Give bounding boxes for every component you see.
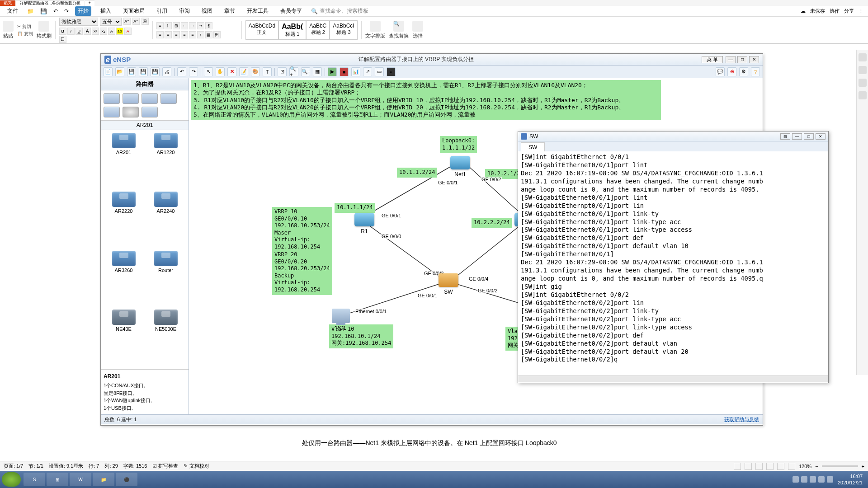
wps-tab-add[interactable]: + xyxy=(85,0,94,6)
find-replace[interactable]: 🔍查找替换 xyxy=(389,21,409,39)
menu-layout[interactable]: 页面布局 xyxy=(120,6,147,16)
view-eye-icon[interactable] xyxy=(734,463,741,470)
options-icon[interactable]: ⊟ xyxy=(780,133,790,140)
cat-switch-icon[interactable] xyxy=(123,93,139,104)
font-shrink[interactable]: A⁻ xyxy=(132,18,140,25)
ensp-titlebar[interactable]: ℯeNSP 详解配置路由器子接口上的 VRRP 实现负载分担 菜 单 — □ ✕ xyxy=(101,54,763,66)
settings-icon[interactable]: ⚙ xyxy=(739,67,748,76)
tray-icon[interactable] xyxy=(793,476,799,483)
zoom-in-icon[interactable]: 🔍+ xyxy=(289,67,298,76)
font-color[interactable]: A xyxy=(124,28,132,35)
toolbar-icon[interactable]: ↶ xyxy=(53,8,58,14)
menu-reference[interactable]: 引用 xyxy=(154,6,170,16)
view-mode-icon[interactable] xyxy=(755,463,763,470)
start-icon[interactable]: ▶ xyxy=(328,67,337,76)
saveall-icon[interactable]: 💾 xyxy=(151,67,160,76)
cat-router-icon[interactable] xyxy=(104,93,120,104)
taskbar-item[interactable]: ⚫ xyxy=(116,473,137,486)
bold-btn[interactable]: B xyxy=(59,28,66,35)
cat-link-icon[interactable] xyxy=(142,107,158,117)
align-justify[interactable]: ≡ xyxy=(181,31,188,38)
undo-icon[interactable]: ↶ xyxy=(177,67,186,76)
more-icon[interactable]: ⋮ xyxy=(859,8,863,14)
align-left[interactable]: ≡ xyxy=(156,31,164,38)
shading[interactable]: ▦ xyxy=(205,31,212,38)
menu-member[interactable]: 会员专享 xyxy=(278,6,305,16)
view-mode-icon[interactable] xyxy=(777,463,784,470)
cli-icon[interactable]: ▪ xyxy=(387,67,396,76)
device-item[interactable]: NE40E xyxy=(104,310,144,366)
new-topo-icon[interactable]: 📄 xyxy=(104,67,113,76)
select-btn[interactable]: 选择 xyxy=(412,21,423,39)
close-button[interactable]: ✕ xyxy=(749,56,759,63)
start-button[interactable] xyxy=(2,472,21,487)
cat-firewall-icon[interactable] xyxy=(160,93,177,104)
device-item[interactable]: AR201 xyxy=(104,133,144,190)
search-box[interactable]: 🔍 查找命令、搜索模板 xyxy=(311,7,368,15)
cut-btn[interactable]: ✂ 剪切 xyxy=(17,23,31,30)
wps-tab[interactable]: 稻壳 xyxy=(0,0,15,6)
align-right[interactable]: ≡ xyxy=(173,31,180,38)
paste-group[interactable]: 粘贴 xyxy=(3,21,14,39)
pointer-icon[interactable]: ↖ xyxy=(204,67,213,76)
menu-view[interactable]: 视图 xyxy=(199,6,215,16)
open-icon[interactable]: 📂 xyxy=(115,67,124,76)
view-mode-icon[interactable] xyxy=(788,463,795,470)
share-link[interactable]: 分享 xyxy=(844,8,854,14)
clock-time[interactable]: 16:07 xyxy=(838,473,863,479)
device-item[interactable]: NE5000E xyxy=(146,310,186,366)
format-brush[interactable]: 格式刷 xyxy=(37,21,52,39)
rt-icon[interactable] xyxy=(859,53,867,61)
menu-start[interactable]: 开始 xyxy=(75,6,91,16)
style-gallery[interactable]: AaBbCcDd正文 AaBb(标题 1 AaBbC标题 2 AaBbCcI标题… xyxy=(245,20,358,40)
view-mode-icon[interactable] xyxy=(745,463,752,470)
huawei-icon[interactable]: ❋ xyxy=(727,67,736,76)
zoom-out[interactable]: − xyxy=(815,464,818,469)
palette-icon[interactable]: 🎨 xyxy=(251,67,260,76)
collab-link[interactable]: 协作 xyxy=(830,8,840,14)
proof-check[interactable]: ✎ 文档校对 xyxy=(184,463,209,469)
tray-icon[interactable] xyxy=(801,476,807,483)
device-item[interactable]: Router xyxy=(146,251,186,308)
zoom-level[interactable]: 120% xyxy=(799,464,811,469)
taskbar-item[interactable]: ⊞ xyxy=(47,473,68,486)
taskbar-item[interactable]: W xyxy=(70,473,91,486)
device-item[interactable]: AR1220 xyxy=(146,133,186,190)
print-icon[interactable]: 🖨 xyxy=(162,67,171,76)
cat-terminal-icon[interactable] xyxy=(104,107,120,117)
toolbar-icon[interactable]: ↷ xyxy=(64,8,69,14)
indent-inc[interactable]: → xyxy=(189,22,196,29)
tray-icon[interactable] xyxy=(810,476,816,483)
view-mode-icon[interactable] xyxy=(766,463,774,470)
minimize-button[interactable]: — xyxy=(792,133,802,140)
underline-btn[interactable]: U xyxy=(75,28,83,35)
cat-wlan-icon[interactable] xyxy=(142,93,158,104)
stop-icon[interactable]: ■ xyxy=(340,67,349,76)
copy-btn[interactable]: 📋 复制 xyxy=(17,31,33,37)
menu-dev[interactable]: 开发工具 xyxy=(244,6,271,16)
toolbar-icon[interactable]: 💾 xyxy=(40,8,47,14)
numbering[interactable]: ⒈ xyxy=(165,22,172,29)
tray-icon[interactable] xyxy=(827,476,833,483)
help-link[interactable]: 获取帮助与反馈 xyxy=(724,416,759,423)
char-border[interactable]: 囗 xyxy=(59,36,66,43)
maximize-button[interactable]: □ xyxy=(737,56,747,63)
delete-icon[interactable]: ✕ xyxy=(227,67,236,76)
rt-icon[interactable] xyxy=(859,79,867,87)
menu-insert[interactable]: 插入 xyxy=(98,6,114,16)
zoom-in[interactable]: + xyxy=(862,464,864,469)
font-grow[interactable]: A⁺ xyxy=(123,18,131,25)
menu-file[interactable]: 文件 xyxy=(5,6,21,16)
system-tray[interactable]: 16:07 2020/12/21 xyxy=(789,473,866,486)
cloud-icon[interactable]: ☁ xyxy=(801,8,806,14)
cat-cloud-icon[interactable] xyxy=(123,107,139,117)
highlight[interactable]: ab xyxy=(116,28,123,35)
redo-icon[interactable]: ↷ xyxy=(189,67,198,76)
close-button[interactable]: ✕ xyxy=(816,133,826,140)
node-pc1[interactable]: PC1 xyxy=(332,309,350,331)
clock-date[interactable]: 2020/12/21 xyxy=(838,479,863,486)
tray-icon[interactable] xyxy=(818,476,825,483)
text-icon[interactable]: T xyxy=(263,67,272,76)
device-item[interactable]: AR3260 xyxy=(104,251,144,308)
show-marks[interactable]: ¶ xyxy=(205,22,212,29)
